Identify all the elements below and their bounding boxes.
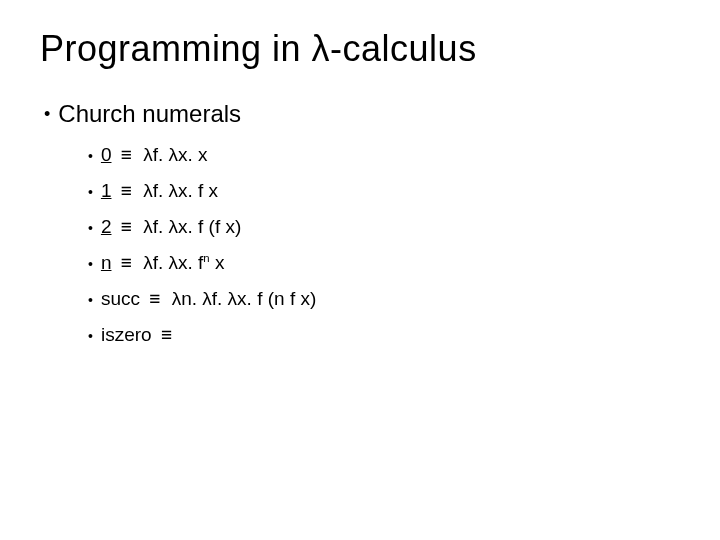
def-symbol: ≡ — [121, 216, 132, 237]
item-content: 2 ≡ λf. λx. f (f x) — [101, 216, 241, 238]
def-symbol: ≡ — [121, 144, 132, 165]
list-item: • 2 ≡ λf. λx. f (f x) — [88, 216, 680, 240]
numeral-name: 0 — [101, 144, 112, 165]
list-item: • n ≡ λf. λx. fn x — [88, 252, 680, 276]
numeral-name: n — [101, 252, 112, 273]
def-symbol: ≡ — [121, 180, 132, 201]
bullet-dot: • — [88, 252, 93, 276]
slide-title: Programming in λ-calculus — [40, 28, 680, 70]
bullet-dot: • — [88, 324, 93, 348]
bullet-dot: • — [44, 100, 50, 128]
numeral-body: λf. λx. x — [143, 144, 207, 165]
numeral-body: λf. λx. f (f x) — [143, 216, 241, 237]
item-content: succ ≡ λn. λf. λx. f (n f x) — [101, 288, 316, 310]
bullet-dot: • — [88, 144, 93, 168]
def-symbol: ≡ — [161, 324, 172, 345]
item-content: n ≡ λf. λx. fn x — [101, 252, 225, 274]
numeral-body-prefix: λf. λx. f — [143, 252, 203, 273]
list-item: • succ ≡ λn. λf. λx. f (n f x) — [88, 288, 680, 312]
title-lambda: λ — [312, 28, 331, 69]
title-text-1: Programming in — [40, 28, 312, 69]
heading-text: Church numerals — [58, 100, 241, 128]
heading-row: • Church numerals — [44, 100, 680, 128]
item-content: iszero ≡ — [101, 324, 178, 346]
numeral-name: 2 — [101, 216, 112, 237]
bullet-dot: • — [88, 180, 93, 204]
numeral-list: • 0 ≡ λf. λx. x • 1 ≡ λf. λx. f x • 2 ≡ … — [88, 144, 680, 348]
bullet-dot: • — [88, 216, 93, 240]
title-text-2: -calculus — [330, 28, 477, 69]
def-symbol: ≡ — [149, 288, 160, 309]
numeral-body: λn. λf. λx. f (n f x) — [172, 288, 317, 309]
numeral-body: λf. λx. f x — [143, 180, 218, 201]
item-content: 1 ≡ λf. λx. f x — [101, 180, 218, 202]
numeral-body-suffix: x — [210, 252, 225, 273]
list-item: • 0 ≡ λf. λx. x — [88, 144, 680, 168]
item-content: 0 ≡ λf. λx. x — [101, 144, 208, 166]
bullet-dot: • — [88, 288, 93, 312]
list-item: • 1 ≡ λf. λx. f x — [88, 180, 680, 204]
def-symbol: ≡ — [121, 252, 132, 273]
numeral-name: succ — [101, 288, 140, 309]
numeral-name: iszero — [101, 324, 152, 345]
list-item: • iszero ≡ — [88, 324, 680, 348]
numeral-name: 1 — [101, 180, 112, 201]
